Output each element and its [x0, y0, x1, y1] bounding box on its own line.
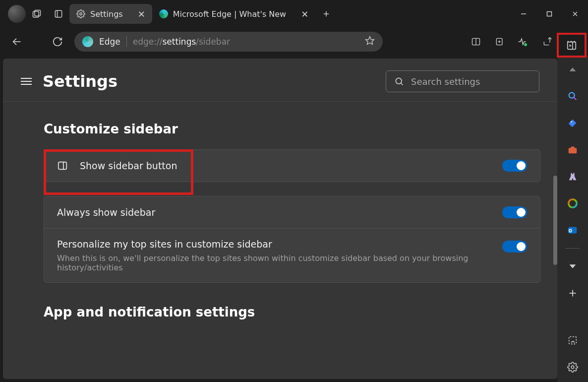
toggle-show-sidebar-button[interactable] — [502, 160, 527, 172]
close-tab-icon[interactable]: ✕ — [138, 9, 145, 19]
split-screen-icon[interactable] — [465, 31, 487, 53]
titlebar: Settings ✕ Microsoft Edge | What's New ✕ — [0, 0, 588, 28]
section-heading-customize: Customize sidebar — [44, 122, 543, 136]
new-tab-button[interactable] — [315, 3, 337, 25]
divider — [126, 36, 127, 47]
svg-marker-12 — [366, 37, 374, 45]
address-url: edge://settings/sidebar — [133, 37, 230, 47]
setting-label: Personalize my top sites in customize si… — [57, 239, 490, 250]
svg-rect-33 — [571, 147, 574, 149]
edge-logo-icon — [82, 36, 93, 47]
sidebar-screenshot-icon[interactable] — [564, 331, 582, 349]
svg-point-31 — [571, 121, 572, 123]
svg-line-25 — [401, 83, 403, 85]
browser-toolbar: Edge edge://settings/sidebar — [0, 28, 588, 56]
window-controls — [511, 4, 588, 24]
svg-point-29 — [569, 93, 575, 98]
divider — [565, 248, 580, 249]
card-show-sidebar-button: Show sidebar button — [44, 149, 540, 182]
back-button[interactable] — [6, 31, 28, 53]
close-window-button[interactable] — [562, 4, 588, 24]
svg-rect-2 — [55, 10, 61, 17]
gear-icon — [76, 9, 85, 18]
performance-icon[interactable] — [513, 31, 534, 53]
highlight-box — [557, 33, 587, 58]
minimize-button[interactable] — [511, 4, 536, 24]
sidebar-outlook-icon[interactable] — [564, 221, 582, 239]
sidebar-shopping-icon[interactable] — [564, 114, 582, 132]
sidebar-add-icon[interactable] — [564, 284, 582, 302]
share-icon[interactable] — [536, 31, 558, 53]
addressbar-brand: Edge — [99, 37, 120, 47]
sidebar-search-icon[interactable] — [564, 87, 582, 105]
settings-page: Settings Search settings Customize sideb… — [3, 59, 557, 379]
sidebar-games-icon[interactable] — [564, 168, 582, 186]
svg-rect-8 — [547, 12, 552, 16]
close-tab-icon[interactable]: ✕ — [301, 9, 308, 19]
refresh-button[interactable] — [47, 31, 68, 53]
toggle-personalize-top-sites[interactable] — [502, 241, 527, 253]
card-sidebar-options: Always show sidebar Personalize my top s… — [44, 196, 540, 283]
svg-point-24 — [396, 78, 402, 84]
svg-point-34 — [572, 173, 574, 175]
tab-whats-new[interactable]: Microsoft Edge | What's New ✕ — [152, 4, 316, 24]
tab-settings[interactable]: Settings ✕ — [69, 4, 152, 24]
menu-button[interactable] — [21, 78, 32, 85]
svg-rect-26 — [59, 162, 67, 170]
tab-title: Microsoft Edge | What's New — [173, 9, 286, 19]
maximize-button[interactable] — [536, 4, 562, 24]
sidebar-scroll-down-icon[interactable] — [564, 257, 582, 275]
setting-label: Show sidebar button — [80, 160, 490, 171]
svg-point-43 — [571, 366, 574, 369]
edge-icon — [159, 9, 168, 18]
spacer — [30, 31, 45, 53]
profile-avatar[interactable] — [8, 5, 26, 23]
svg-rect-32 — [569, 148, 577, 153]
tab-actions-icon[interactable] — [48, 3, 69, 25]
svg-point-35 — [569, 199, 577, 208]
svg-marker-39 — [570, 264, 576, 268]
svg-line-30 — [574, 98, 577, 100]
sidebar-scroll-up-icon[interactable] — [564, 61, 582, 78]
address-bar[interactable]: Edge edge://settings/sidebar — [74, 32, 383, 52]
section-heading-apps: App and notification settings — [44, 305, 543, 319]
sidebar-tools-icon[interactable] — [564, 141, 582, 159]
sidebar-m365-icon[interactable] — [564, 194, 582, 212]
search-icon — [394, 76, 404, 86]
svg-point-4 — [80, 13, 82, 15]
sidebar-icon — [57, 160, 68, 171]
favorite-icon[interactable] — [365, 36, 375, 48]
sidebar-settings-icon[interactable] — [564, 358, 582, 376]
edge-sidebar — [557, 56, 588, 382]
tab-title: Settings — [90, 9, 123, 19]
svg-rect-42 — [569, 337, 577, 344]
search-settings-input[interactable]: Search settings — [386, 70, 539, 92]
collections-icon[interactable] — [489, 31, 511, 53]
toggle-always-show-sidebar[interactable] — [502, 206, 527, 218]
workspaces-icon[interactable] — [26, 3, 48, 25]
svg-marker-28 — [570, 67, 576, 71]
search-placeholder: Search settings — [411, 76, 480, 87]
setting-label: Always show sidebar — [57, 207, 490, 218]
page-title: Settings — [43, 72, 118, 91]
scrollbar-thumb[interactable] — [553, 176, 557, 265]
setting-description: When this is on, we'll personalize the t… — [57, 254, 490, 272]
